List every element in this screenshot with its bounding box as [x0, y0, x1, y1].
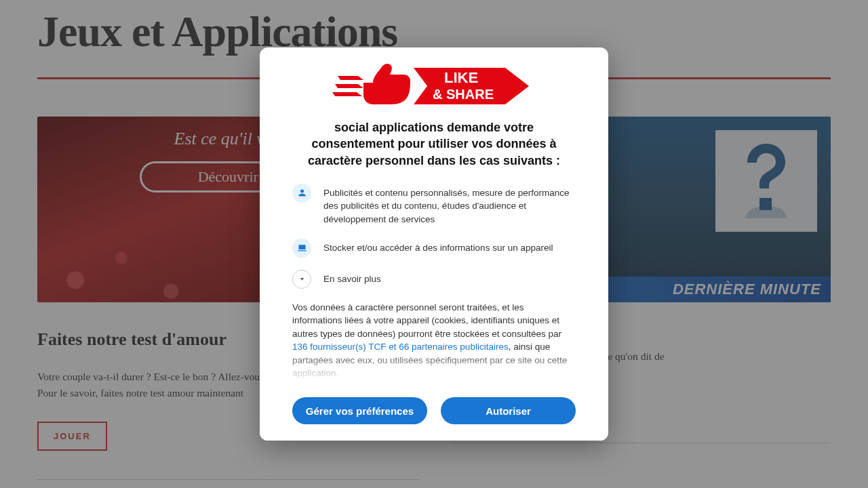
purpose-row-expand[interactable]: En savoir plus — [292, 270, 576, 289]
like-share-logo-icon: LIKE & SHARE — [332, 62, 536, 110]
purpose-row: Publicités et contenu personnalisés, mes… — [292, 184, 576, 226]
purpose-text: Publicités et contenu personnalisés, mes… — [323, 184, 576, 226]
modal-logo: LIKE & SHARE — [332, 62, 536, 110]
modal-body[interactable]: Publicités et contenu personnalisés, mes… — [260, 184, 608, 381]
modal-paragraph: Vos données à caractère personnel seront… — [292, 301, 576, 380]
purpose-text: Stocker et/ou accéder à des informations… — [323, 239, 576, 255]
authorize-button[interactable]: Autoriser — [441, 397, 576, 424]
logo-text-like: LIKE — [444, 69, 478, 86]
purpose-row: Stocker et/ou accéder à des informations… — [292, 239, 576, 258]
logo-text-share: & SHARE — [433, 87, 494, 102]
manage-preferences-button[interactable]: Gérer vos préférences — [292, 397, 427, 424]
modal-overlay[interactable]: LIKE & SHARE social applications demande… — [0, 0, 868, 488]
device-icon — [292, 239, 311, 258]
vendors-link[interactable]: 136 fournisseur(s) TCF et 66 partenaires… — [292, 342, 509, 352]
purpose-text: En savoir plus — [323, 270, 576, 286]
modal-footer: Gérer vos préférences Autoriser — [260, 381, 608, 441]
consent-modal: LIKE & SHARE social applications demande… — [260, 47, 608, 441]
chevron-down-icon — [292, 270, 311, 289]
para-text: Vos données à caractère personnel seront… — [292, 302, 561, 339]
person-icon — [292, 184, 311, 203]
modal-title: social applications demande votre consen… — [260, 119, 608, 169]
